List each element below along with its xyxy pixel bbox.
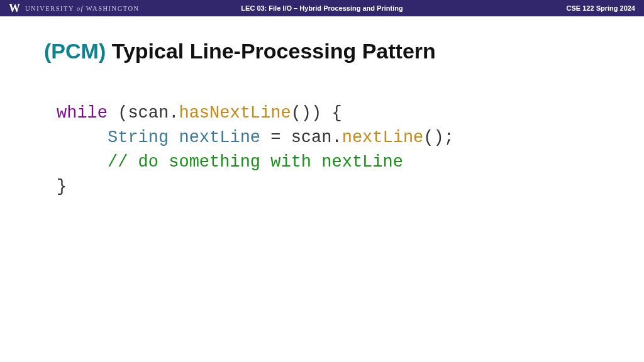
title-main: Typical Line-Processing Pattern (106, 39, 436, 63)
course-code: CSE 122 Spring 2024 (567, 4, 635, 12)
slide-content: (PCM) Typical Line-Processing Pattern wh… (0, 16, 644, 200)
comment: // do something with nextLine (108, 153, 403, 172)
code-text: = scan. (260, 128, 342, 147)
slide-title: (PCM) Typical Line-Processing Pattern (44, 39, 600, 63)
code-text: (); (423, 128, 454, 147)
code-block: while (scan.hasNextLine()) { String next… (44, 101, 600, 200)
brace-close: } (57, 177, 67, 196)
indent (57, 128, 108, 147)
code-text: ()) { (291, 104, 342, 123)
indent (57, 153, 108, 172)
type-string: String (108, 128, 169, 147)
code-text (169, 128, 179, 147)
title-prefix: (PCM) (44, 39, 106, 63)
code-text: (scan. (108, 104, 179, 123)
keyword-while: while (57, 104, 108, 123)
header-bar: W UNIVERSITY of WASHINGTON LEC 03: File … (0, 0, 644, 16)
method-nextline: nextLine (342, 128, 424, 147)
header-left: W UNIVERSITY of WASHINGTON (9, 3, 140, 14)
uw-w-logo: W (9, 3, 20, 14)
var-nextline: nextLine (179, 128, 260, 147)
university-name: UNIVERSITY of WASHINGTON (25, 5, 140, 12)
method-hasnextline: hasNextLine (179, 104, 291, 123)
